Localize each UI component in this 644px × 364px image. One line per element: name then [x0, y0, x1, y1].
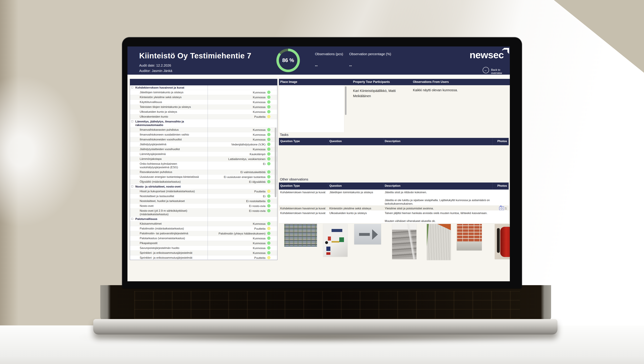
status-dot-green [267, 199, 270, 203]
place-image-header: Place Image [280, 80, 297, 84]
checklist-item-row[interactable]: Ulkorakenteiden kuntoPuutteita [130, 114, 277, 119]
cell-question-type: Kohdekierroksen havainnot ja kuvat [280, 207, 326, 210]
checklist-item-row[interactable]: Ilmanvaihtokoneiden vuosihuollotKunnossa [130, 137, 277, 142]
photo-thumbnail-notice-board[interactable] [323, 224, 348, 257]
checklist-item-row[interactable]: Uusiutuvan energian tuotantotapa kiintei… [130, 174, 277, 180]
details-header-band: Place Image Property Tour Participants O… [279, 79, 510, 85]
question-label: Lämmitysjärjestelmä [130, 152, 208, 156]
question-label: Paloilmoitin- tai palovaroitinjärjestelm… [130, 232, 208, 235]
status-dot-green [267, 204, 270, 208]
checklist-item-row[interactable]: Nosto-ovetEi nosto-ovia [130, 204, 277, 208]
score-value: 86 % [282, 57, 294, 64]
checklist-item-row[interactable]: Onko kohteessa kylmäaineen vuotohälytysj… [130, 162, 277, 170]
observations-from-users-header: Observations From Users [413, 80, 449, 84]
expand-icon[interactable] [131, 186, 133, 187]
checklist-item-row[interactable]: Hissit ja liukuportaat (määräaikaistarka… [130, 189, 277, 194]
checklist-item-row[interactable]: Jäähdytyslaitteiden vuosihuollotKunnossa [130, 147, 277, 152]
expand-icon[interactable] [131, 86, 133, 88]
checklist-item-row[interactable]: Ilmanvaihtokoneen suodattimien vaihtoKun… [130, 132, 277, 137]
participants-text: Kari Kiinteistöpäällikkö, Matti Meikäläi… [353, 88, 408, 99]
photo-thumbnail-aerial-collage[interactable] [284, 224, 317, 246]
question-label: Paloilmoitin (määräaikaistarkastus) [130, 227, 208, 230]
checklist-group-row[interactable]: Lämmitys, jäähdytys, ilmanvaihto ja rake… [130, 119, 277, 128]
observation-row[interactable]: Kohdekierroksen havainnot ja kuvatJäteti… [279, 190, 509, 206]
checklist-item-row[interactable]: Nostolaitteet ja lastaussillatEi [130, 194, 277, 199]
status-text: Kunnossa [253, 148, 266, 151]
checklist-item-row[interactable]: Paloilmoitin- tai palovaroitinjärjestelm… [130, 231, 277, 236]
status-text: Lattialämmitys, vesikiertoinen [228, 157, 266, 161]
status-text: Paloilmoitin (yhteys hätäkeskukseen) [218, 232, 266, 235]
cell-description: Talven jäljiltä hieman hankala arvioida … [385, 211, 492, 223]
checklist-item-row[interactable]: Sprinkleri- ja erikoissammutusjärjestelm… [130, 250, 277, 256]
question-label: Ulkoalueiden kunto ja siisteys [130, 110, 208, 114]
question-label: Käsisammuttimet [130, 222, 208, 226]
status-dot-green [267, 100, 270, 104]
photo-thumbnail-arrow-sign[interactable] [354, 224, 381, 244]
checklist-item-row[interactable]: Nostolaitteet, huollot ja tarkastuksetEi… [130, 199, 277, 204]
question-label: Sprinkleri- ja erikoissammutusjärjestelm… [130, 251, 208, 255]
checklist-item-row[interactable]: Ulkoalueiden kunto ja siisteysKunnossa [130, 110, 277, 114]
camera-icon[interactable] [499, 206, 504, 210]
status-text: Puutteita [254, 115, 266, 118]
status-dot-green [267, 162, 270, 166]
photo-strip [279, 224, 510, 264]
status-dot-yellow [267, 227, 270, 230]
checklist-item-row[interactable]: KäsisammuttimetKunnossa [130, 222, 277, 226]
checklist-item-row[interactable]: Paloilmoitin (määräaikaistarkastus)Puutt… [130, 226, 277, 231]
checklist-scrollbar[interactable] [275, 128, 276, 197]
photo-thumbnail-fire-extinguisher[interactable] [495, 224, 510, 259]
checklist-item-row[interactable]: PikapalopostitKunnossa [130, 241, 277, 246]
place-image-scrollbar[interactable] [345, 86, 346, 115]
expand-icon[interactable] [131, 218, 133, 220]
group-label: Lämmitys, jäähdytys, ilmanvaihto ja rake… [135, 120, 184, 127]
photo-thumbnail-staircase[interactable] [392, 224, 416, 259]
observation-row[interactable]: Kohdekierroksen havainnot ja kuvatKiinte… [279, 206, 509, 210]
checklist-item-row[interactable]: Ilmanvaihtokanavien puhdistusKunnossa [130, 128, 277, 132]
checklist-group-row[interactable]: Paloturvallisuus [130, 217, 277, 222]
status-dot-green [267, 246, 270, 250]
column-header-description: Description [385, 184, 400, 188]
checklist-item-row[interactable]: Rasvakanavien puhdistusEi valmistuskeitt… [130, 170, 277, 174]
status-dot-green [267, 128, 270, 131]
observation-row[interactable]: Kohdekierroksen havainnot ja kuvatUlkoal… [279, 210, 509, 224]
photo-thumbnail-walkway[interactable] [427, 224, 451, 260]
status-dot-yellow [267, 256, 270, 259]
column-header-question: Question [330, 140, 342, 143]
checklist-item-row[interactable]: Palotarkastus (viranomaistarkastus)Kunno… [130, 236, 277, 241]
checklist-item-row[interactable]: Sprinkleri- ja erikoissammutusjärjestelm… [130, 256, 277, 260]
status-text: Kunnossa [253, 222, 266, 226]
checklist-group-row[interactable]: Nosto- ja siirtolaitteet, nosto-ovet [130, 184, 277, 189]
cell-question: Jätetilojen toimintakunto ja siisteys [330, 190, 381, 194]
checklist-item-row[interactable]: Nosto-ovet (yli 2.9 m sähkökäyttöiset) (… [130, 208, 277, 217]
laptop-keys [134, 291, 520, 319]
header-divider [128, 75, 510, 79]
checklist-group-row[interactable]: Kohdekierroksen havainnot ja kuvat [130, 86, 277, 90]
checklist-body: Kohdekierroksen havainnot ja kuvatJäteti… [130, 86, 277, 260]
expand-icon[interactable] [131, 120, 133, 122]
observations-from-users-text: Kaikki näytti olevan kunnossa. [413, 88, 487, 92]
cell-question-type: Kohdekierroksen havainnot ja kuvat [280, 190, 326, 194]
status-text: Kunnossa [253, 105, 266, 109]
tasks-table-header: Question TypeQuestionDescriptionPhotos [279, 138, 509, 145]
checklist-item-row[interactable]: LämmönjakotapaLattialämmitys, vesikierto… [130, 157, 277, 162]
column-header-photos: Photos [497, 184, 507, 188]
status-text: Kunnossa [253, 242, 266, 245]
donut-hole: 86 % [279, 51, 297, 70]
status-text: Kunnossa [253, 251, 266, 255]
checklist-item-row[interactable]: LämmitysjärjestelmäKaukolämpö [130, 152, 277, 157]
back-to-overview-button[interactable]: Back to overview [491, 68, 510, 75]
details-panel: Place Image Property Tour Participants O… [279, 79, 510, 281]
group-label: Kohdekierroksen havainnot ja kuvat [135, 86, 184, 89]
checklist-item-row[interactable]: JäähdytysjärjestelmäVedenjäähdytyskone (… [130, 142, 277, 147]
cell-description: Jätetila siisti ja riittävän kokoinen.Jä… [385, 190, 492, 206]
question-label: Savunpoistojärjestelmän huolto [130, 246, 208, 250]
checklist-item-row[interactable]: Jätetilojen toimintakunto ja siisteysKun… [130, 90, 277, 95]
place-image-box[interactable] [279, 85, 344, 132]
back-arrow-icon[interactable]: ← [483, 67, 489, 73]
checklist-item-row[interactable]: Kiinteistön yleisilme sekä siisteysKunno… [130, 95, 277, 100]
checklist-item-row[interactable]: KäyttöturvallisuusKunnossa [130, 100, 277, 105]
checklist-item-row[interactable]: Öljysäiliö (määräaikaistarkastus)Ei öljy… [130, 180, 277, 184]
photo-thumbnail-brick-wall[interactable] [457, 224, 482, 250]
checklist-item-row[interactable]: Savunpoistojärjestelmän huoltoKunnossa [130, 246, 277, 250]
checklist-item-row[interactable]: Teknisten tilojen toimintakunto ja siist… [130, 105, 277, 110]
